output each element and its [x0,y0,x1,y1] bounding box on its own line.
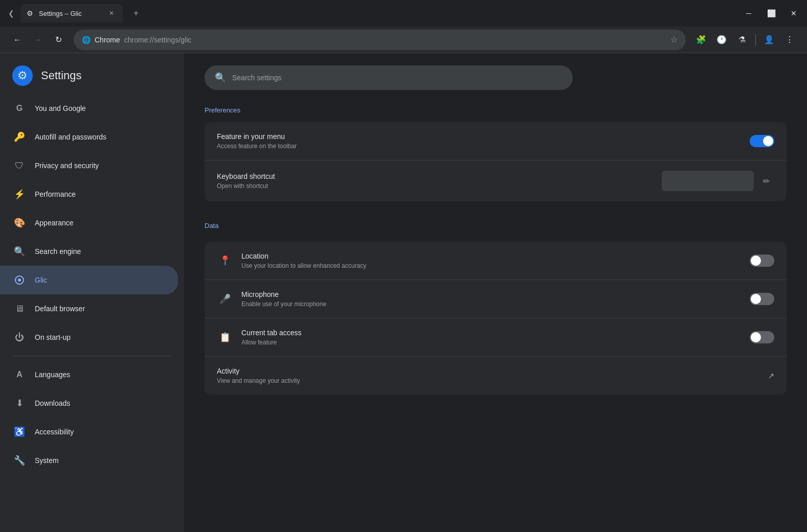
microphone-toggle[interactable] [750,293,774,305]
nav-actions: 🧩 🕐 ⚗ 👤 ⋮ [692,31,799,49]
sidebar-divider [12,356,172,356]
sidebar-item-glic[interactable]: Glic [0,266,178,294]
sidebar-label-on-startup: On start-up [35,333,71,341]
sidebar-item-performance[interactable]: ⚡ Performance [0,180,178,209]
sidebar-item-you-and-google[interactable]: G You and Google [0,94,178,123]
sidebar-label-glic: Glic [35,276,47,284]
sidebar-label-autofill: Autofill and passwords [35,133,106,141]
activity-text: Activity View and manage your activity [217,367,759,384]
history-button[interactable]: 🕐 [712,31,731,49]
microphone-control [750,293,774,305]
extensions-button[interactable]: 🧩 [692,31,710,49]
preferences-section-title: Preferences [205,106,787,114]
feature-in-menu-toggle-thumb [763,136,773,146]
feature-in-menu-title: Feature in your menu [217,132,742,141]
address-favicon: 🌐 [82,36,91,44]
new-tab-button[interactable]: + [127,4,145,22]
data-section-title: Data [205,222,787,229]
address-url: chrome://settings/glic [124,36,666,44]
svg-point-1 [18,279,21,282]
current-tab-control [750,331,774,343]
keyboard-shortcut-row: Keyboard shortcut Open with shortcut ✏ [205,160,787,201]
content-area: 🔍 Preferences Feature in your menu Acces… [184,53,807,532]
external-link-icon: ↗ [768,371,774,381]
settings-title: Settings [41,69,82,82]
location-toggle[interactable] [750,255,774,267]
microphone-subtitle: Enable use of your microphone [241,300,742,308]
menu-button[interactable]: ⋮ [780,31,799,49]
activity-title: Activity [217,367,759,375]
edit-shortcut-button[interactable]: ✏ [758,173,774,189]
location-row: 📍 Location Use your location to allow en… [205,242,787,280]
current-tab-toggle-thumb [751,332,761,342]
languages-icon: A [12,367,27,382]
main-area: ⚙ Settings G You and Google 🔑 Autofill a… [0,53,807,532]
system-icon: 🔧 [12,453,27,468]
sidebar-item-search-engine[interactable]: 🔍 Search engine [0,237,178,266]
sidebar-item-on-startup[interactable]: ⏻ On start-up [0,323,178,352]
glic-icon [12,273,27,287]
browser-frame: ❮ ⚙ Settings – Glic ✕ + ─ ⬜ ✕ ← → ↻ 🌐 Ch… [0,0,807,532]
sidebar-label-downloads: Downloads [35,399,70,407]
sidebar: ⚙ Settings G You and Google 🔑 Autofill a… [0,53,184,532]
feature-in-menu-toggle[interactable] [750,135,774,147]
search-input[interactable] [232,74,563,82]
search-icon: 🔍 [215,72,226,83]
location-title: Location [241,252,742,260]
location-text: Location Use your location to allow enha… [241,252,742,269]
sidebar-label-you-and-google: You and Google [35,104,86,112]
current-tab-toggle[interactable] [750,331,774,343]
accessibility-icon: ♿ [12,425,27,439]
sidebar-item-system[interactable]: 🔧 System [0,446,178,475]
sidebar-item-appearance[interactable]: 🎨 Appearance [0,209,178,237]
sidebar-label-appearance: Appearance [35,219,74,227]
back-button[interactable]: ← [8,31,27,49]
performance-icon: ⚡ [12,187,27,201]
tab-title: Settings – Glic [39,10,102,17]
microphone-text: Microphone Enable use of your microphone [241,290,742,308]
tab-close-button[interactable]: ✕ [106,8,117,18]
you-and-google-icon: G [12,101,27,115]
minimize-button[interactable]: ─ [739,4,758,22]
address-bar[interactable]: 🌐 Chrome chrome://settings/glic ☆ [74,30,686,50]
close-button[interactable]: ✕ [784,4,803,22]
forward-button[interactable]: → [29,31,47,49]
downloads-icon: ⬇ [12,396,27,410]
labs-button[interactable]: ⚗ [733,31,751,49]
refresh-button[interactable]: ↻ [49,31,68,49]
bookmark-icon[interactable]: ☆ [670,35,678,44]
on-startup-icon: ⏻ [12,330,27,344]
activity-control: ↗ [768,371,774,381]
feature-in-menu-text: Feature in your menu Access feature on t… [217,132,742,150]
sidebar-item-languages[interactable]: A Languages [0,360,178,389]
search-bar[interactable]: 🔍 [205,65,573,90]
data-card: 📍 Location Use your location to allow en… [205,242,787,395]
maximize-button[interactable]: ⬜ [762,4,780,22]
sidebar-item-autofill[interactable]: 🔑 Autofill and passwords [0,123,178,151]
activity-row[interactable]: Activity View and manage your activity ↗ [205,357,787,395]
sidebar-item-accessibility[interactable]: ♿ Accessibility [0,418,178,446]
current-tab-row: 📋 Current tab access Allow feature [205,318,787,357]
sidebar-item-privacy[interactable]: 🛡 Privacy and security [0,151,178,180]
search-engine-icon: 🔍 [12,244,27,259]
default-browser-icon: 🖥 [12,302,27,316]
autofill-icon: 🔑 [12,130,27,144]
address-brand-label: Chrome [95,36,120,44]
sidebar-item-default-browser[interactable]: 🖥 Default browser [0,294,178,323]
preferences-card: Feature in your menu Access feature on t… [205,122,787,201]
sidebar-label-privacy: Privacy and security [35,161,99,170]
nav-bar: ← → ↻ 🌐 Chrome chrome://settings/glic ☆ … [0,27,807,53]
sidebar-label-system: System [35,456,59,465]
sidebar-item-downloads[interactable]: ⬇ Downloads [0,389,178,418]
location-icon: 📍 [217,252,233,269]
sidebar-label-performance: Performance [35,190,76,198]
active-tab[interactable]: ⚙ Settings – Glic ✕ [20,4,123,22]
tab-chevron[interactable]: ❮ [4,6,18,20]
location-toggle-thumb [751,256,761,266]
profile-button[interactable]: 👤 [760,31,778,49]
sidebar-label-accessibility: Accessibility [35,428,74,436]
keyboard-shortcut-text: Keyboard shortcut Open with shortcut [217,172,654,190]
microphone-title: Microphone [241,290,742,298]
shortcut-field[interactable] [662,171,754,191]
microphone-toggle-thumb [751,294,761,304]
